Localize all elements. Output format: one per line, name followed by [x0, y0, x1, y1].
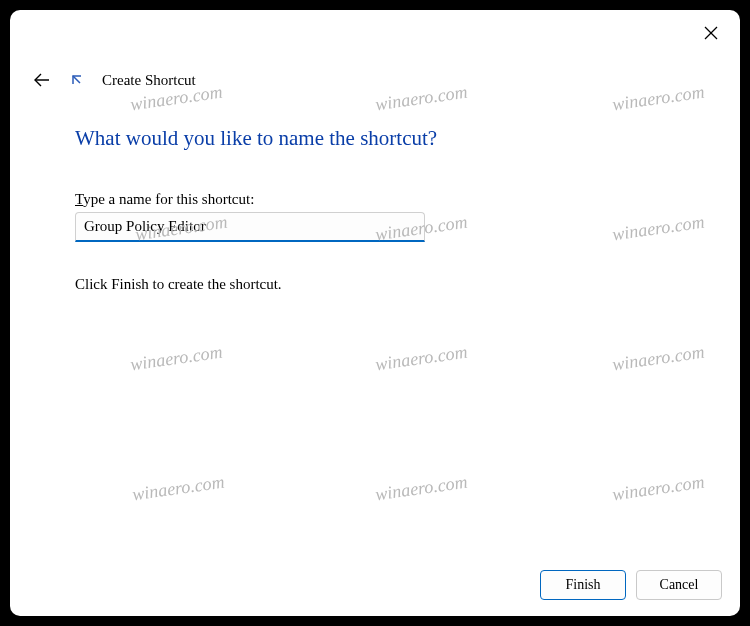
shortcut-icon: [70, 73, 84, 87]
watermark: winaero.com: [611, 82, 706, 116]
create-shortcut-wizard: Create Shortcut What would you like to n…: [10, 10, 740, 616]
finish-button[interactable]: Finish: [540, 570, 626, 600]
watermark: winaero.com: [374, 82, 469, 116]
watermark: winaero.com: [374, 472, 469, 506]
shortcut-name-input[interactable]: [75, 212, 425, 242]
close-icon: [704, 26, 718, 40]
watermark: winaero.com: [374, 342, 469, 376]
instruction-text: Click Finish to create the shortcut.: [75, 276, 635, 293]
cancel-button[interactable]: Cancel: [636, 570, 722, 600]
back-button[interactable]: [32, 70, 52, 90]
watermark: winaero.com: [611, 342, 706, 376]
back-arrow-icon: [33, 71, 51, 89]
wizard-title: Create Shortcut: [102, 72, 196, 89]
close-button[interactable]: [696, 18, 726, 48]
watermark: winaero.com: [131, 472, 226, 506]
watermark: winaero.com: [129, 342, 224, 376]
shortcut-name-label: Type a name for this shortcut:: [75, 191, 635, 208]
page-heading: What would you like to name the shortcut…: [75, 126, 635, 151]
wizard-header: Create Shortcut: [32, 70, 196, 90]
svg-line-3: [73, 76, 80, 83]
watermark: winaero.com: [611, 472, 706, 506]
wizard-footer: Finish Cancel: [540, 570, 722, 600]
wizard-content: What would you like to name the shortcut…: [75, 126, 635, 308]
